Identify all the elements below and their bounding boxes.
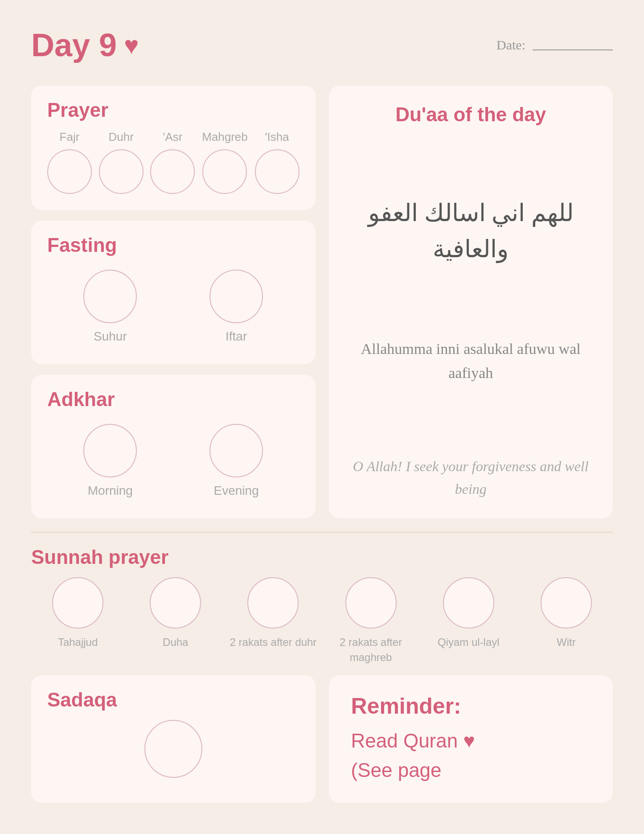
2rakats-maghreb-label: 2 rakats after maghreb [324,635,418,665]
2rakats-duhr-checkbox[interactable] [247,577,299,629]
sunnah-qiyam: Qiyam ul-layl [422,577,515,650]
isha-label: 'Isha [265,130,289,144]
duaa-card: Du'aa of the day للهم اني اسالك العفو وا… [329,86,613,518]
prayer-mahgreb: Mahgreb [202,130,248,194]
adkhar-section: Adkhar Morning Evening [31,375,316,518]
prayer-title: Prayer [47,99,299,121]
heart-icon: ♥ [124,31,139,60]
date-label: Date: [496,37,525,53]
iftar-label: Iftar [226,329,247,344]
sadaqa-circle-area [47,720,299,778]
fajr-label: Fajr [60,130,80,144]
sadaqa-title: Sadaqa [47,689,299,711]
fasting-items: Suhur Iftar [47,265,299,348]
sunnah-tahajjud: Tahajjud [31,577,124,650]
witr-label: Witr [557,635,576,650]
day-title: Day 9 ♥ [31,27,139,63]
sunnah-section: Sunnah prayer Tahajjud Duha 2 rakats aft… [31,532,613,665]
duha-checkbox[interactable] [150,577,201,629]
page-header: Day 9 ♥ Date: [31,27,613,63]
adkhar-evening: Evening [209,424,263,498]
adkhar-items: Morning Evening [47,419,299,502]
date-line[interactable] [533,40,613,50]
fasting-section: Fasting Suhur Iftar [31,221,316,364]
isha-checkbox[interactable] [255,149,299,194]
duhr-checkbox[interactable] [99,149,144,194]
prayer-section: Prayer Fajr Duhr 'Asr Mahgreb [31,86,316,210]
fasting-suhur: Suhur [83,270,137,344]
duaa-title: Du'aa of the day [351,103,591,126]
qiyam-label: Qiyam ul-layl [438,635,500,650]
bottom-grid: Sadaqa Reminder: Read Quran ♥ (See page [31,675,613,803]
duaa-arabic: للهم اني اسالك العفو والعافية [351,195,591,267]
prayer-asr: 'Asr [150,130,195,194]
sunnah-items: Tahajjud Duha 2 rakats after duhr 2 raka… [31,577,613,665]
2rakats-maghreb-checkbox[interactable] [345,577,397,629]
fajr-checkbox[interactable] [47,149,92,194]
prayer-fajr: Fajr [47,130,92,194]
left-column: Prayer Fajr Duhr 'Asr Mahgreb [31,86,316,518]
tahajjud-checkbox[interactable] [52,577,103,629]
reminder-text: Read Quran ♥ (See page [351,726,591,785]
morning-checkbox[interactable] [83,424,137,477]
reminder-text-main: Read Quran ♥ [351,730,475,752]
day-label: Day 9 [31,27,117,63]
evening-label: Evening [214,484,259,498]
suhur-label: Suhur [94,329,127,344]
date-field: Date: [496,37,613,53]
witr-checkbox[interactable] [541,577,592,629]
prayer-duhr: Duhr [99,130,144,194]
sunnah-witr: Witr [520,577,613,650]
reminder-subtext: (See page [351,759,442,781]
qiyam-checkbox[interactable] [443,577,494,629]
sadaqa-card: Sadaqa [31,675,316,803]
sunnah-duha: Duha [129,577,222,650]
duhr-label: Duhr [109,130,134,144]
right-column: Du'aa of the day للهم اني اسالك العفو وا… [329,86,613,518]
morning-label: Morning [88,484,133,498]
reminder-title: Reminder: [351,693,591,719]
duha-label: Duha [163,635,188,650]
asr-checkbox[interactable] [150,149,195,194]
tahajjud-label: Tahajjud [58,635,98,650]
sunnah-title: Sunnah prayer [31,546,613,568]
sunnah-divider [31,532,613,533]
duaa-transliteration: Allahumma inni asalukal afuwu wal aafiya… [351,337,591,386]
sunnah-2rakats-maghreb: 2 rakats after maghreb [324,577,418,665]
iftar-checkbox[interactable] [209,270,263,323]
prayer-isha: 'Isha [255,130,299,194]
adkhar-title: Adkhar [47,388,299,411]
suhur-checkbox[interactable] [83,270,137,323]
asr-label: 'Asr [163,130,182,144]
adkhar-morning: Morning [83,424,137,498]
sunnah-2rakats-duhr: 2 rakats after duhr [226,577,320,650]
sadaqa-checkbox[interactable] [144,720,202,778]
mahgreb-label: Mahgreb [202,130,248,144]
fasting-title: Fasting [47,234,299,256]
prayer-items: Fajr Duhr 'Asr Mahgreb 'Isha [47,130,299,194]
fasting-iftar: Iftar [209,270,263,344]
duaa-translation: O Allah! I seek your forgiveness and wel… [351,455,591,501]
main-grid: Prayer Fajr Duhr 'Asr Mahgreb [31,86,613,518]
2rakats-duhr-label: 2 rakats after duhr [230,635,317,650]
reminder-card: Reminder: Read Quran ♥ (See page [329,675,613,803]
evening-checkbox[interactable] [209,424,263,477]
mahgreb-checkbox[interactable] [202,149,247,194]
